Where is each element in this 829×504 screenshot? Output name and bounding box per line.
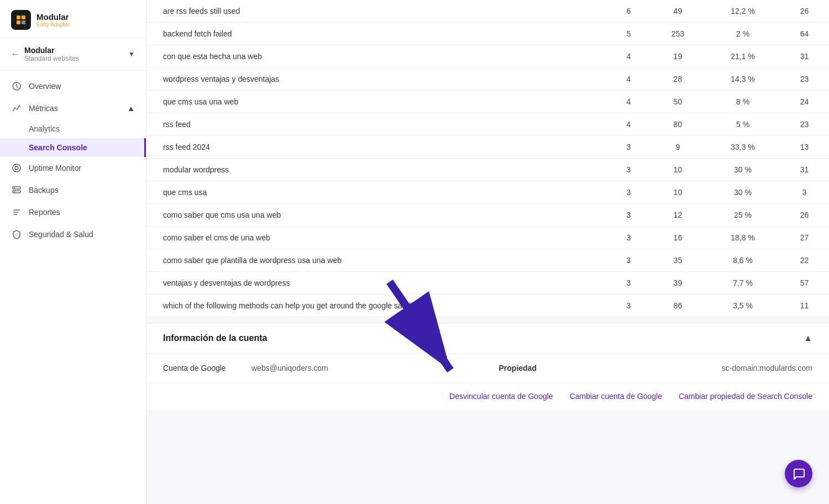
site-name: Modular [24,46,79,55]
ctr-cell: 14,3 % [706,68,780,91]
table-row: wordpress ventajas y desventajas 4 28 14… [146,68,829,91]
google-account-row: Cuenta de Google webs@uniqoders.com Prop… [146,354,829,383]
table-row: rss feed 4 80 5 % 23 [146,113,829,136]
svg-rect-2 [17,20,20,24]
position-cell: 26 [780,0,829,23]
query-cell: rss feed [146,113,607,136]
impressions-cell: 12 [650,204,706,227]
google-account-value: webs@uniqoders.com [251,364,499,372]
impressions-cell: 49 [650,0,706,23]
clicks-cell: 3 [607,181,650,204]
site-type: Standard websites [24,55,79,62]
impressions-cell: 28 [650,68,706,91]
position-cell: 31 [780,159,829,181]
ctr-cell: 8 % [706,91,780,113]
back-arrow-icon: ← [11,49,20,59]
uptime-icon [11,162,22,174]
table-row: como saber que cms usa una web 3 12 25 %… [146,204,829,227]
seguridad-label: Seguridad & Salud [29,230,93,239]
query-cell: are rss feeds still used [146,0,607,23]
impressions-cell: 39 [650,272,706,295]
query-cell: which of the following methods can help … [146,295,607,317]
impressions-cell: 80 [650,113,706,136]
table-row: modular wordpress 3 10 30 % 31 [146,159,829,181]
clicks-cell: 4 [607,91,650,113]
info-section-header: Información de la cuenta ▲ [146,323,829,354]
sidebar-item-analytics[interactable]: Analytics [0,119,146,138]
property-value: sc-domain:modulards.com [565,364,813,372]
clicks-cell: 3 [607,136,650,159]
query-cell: que cms usa [146,181,607,204]
impressions-cell: 253 [650,23,706,45]
position-cell: 31 [780,45,829,68]
position-cell: 26 [780,204,829,227]
cambiar-cuenta-link[interactable]: Cambiar cuenta de Google [570,392,662,401]
query-table: are rss feeds still used 6 49 12,2 % 26 … [146,0,829,317]
property-label: Propiedad [499,364,565,372]
query-cell: como saber que plantilla de wordpress us… [146,249,607,272]
reportes-label: Reportes [29,208,60,217]
table-row: rss feed 2024 3 9 33,3 % 13 [146,136,829,159]
clicks-cell: 3 [607,272,650,295]
query-cell: como saber el cms de una web [146,227,607,249]
table-row: que cms usa una web 4 50 8 % 24 [146,91,829,113]
desvincular-link[interactable]: Desvincular cuenta de Google [449,392,553,401]
chat-button[interactable] [785,460,812,487]
query-cell: backend fetch failed [146,23,607,45]
svg-rect-1 [22,15,25,19]
clicks-cell: 3 [607,204,650,227]
query-cell: como saber que cms usa una web [146,204,607,227]
site-selector[interactable]: ← Modular Standard websites ▼ [0,38,146,71]
sidebar-metricas-group[interactable]: Métricas ▲ [0,97,146,119]
info-section-title: Información de la cuenta [163,333,267,343]
dropdown-arrow-icon: ▼ [128,50,135,58]
ctr-cell: 8,6 % [706,249,780,272]
sidebar-item-reportes[interactable]: Reportes [0,201,146,223]
impressions-cell: 9 [650,136,706,159]
ctr-cell: 7,7 % [706,272,780,295]
query-cell: que cms usa una web [146,91,607,113]
sidebar-item-seguridad[interactable]: Seguridad & Salud [0,223,146,245]
metricas-icon [11,103,22,114]
sidebar-item-uptime[interactable]: Uptime Monitor [0,157,146,179]
impressions-cell: 10 [650,181,706,204]
search-console-label: Search Console [29,143,87,152]
sidebar-item-overview[interactable]: Overview [0,75,146,97]
collapse-icon[interactable]: ▲ [804,333,812,343]
sidebar-item-backups[interactable]: Backups [0,179,146,201]
brand-title: Modular [36,12,70,22]
clicks-cell: 4 [607,113,650,136]
ctr-cell: 33,3 % [706,136,780,159]
analytics-label: Analytics [29,124,60,133]
clicks-cell: 3 [607,249,650,272]
query-cell: modular wordpress [146,159,607,181]
table-row: que cms usa 3 10 30 % 3 [146,181,829,204]
backups-label: Backups [29,186,59,195]
svg-rect-0 [17,15,20,19]
clicks-cell: 5 [607,23,650,45]
impressions-cell: 10 [650,159,706,181]
main-content: are rss feeds still used 6 49 12,2 % 26 … [146,0,829,504]
position-cell: 11 [780,295,829,317]
metricas-collapse-icon: ▲ [127,104,135,113]
sidebar-item-search-console[interactable]: Search Console [0,138,146,157]
impressions-cell: 19 [650,45,706,68]
impressions-cell: 16 [650,227,706,249]
position-cell: 23 [780,68,829,91]
logo-area: Modular Early Adopter [0,0,146,38]
impressions-cell: 86 [650,295,706,317]
ctr-cell: 25 % [706,204,780,227]
google-account-label: Cuenta de Google [163,364,251,372]
query-cell: wordpress ventajas y desventajas [146,68,607,91]
position-cell: 27 [780,227,829,249]
table-row: which of the following methods can help … [146,295,829,317]
brand-subtitle: Early Adopter [36,22,70,28]
account-info-section: Información de la cuenta ▲ Cuenta de Goo… [146,323,829,410]
metricas-label: Métricas [29,104,58,113]
ctr-cell: 12,2 % [706,0,780,23]
clicks-cell: 4 [607,45,650,68]
clicks-cell: 3 [607,295,650,317]
cambiar-propiedad-link[interactable]: Cambiar propiedad de Search Console [679,392,812,401]
reportes-icon [11,207,22,218]
ctr-cell: 2 % [706,23,780,45]
